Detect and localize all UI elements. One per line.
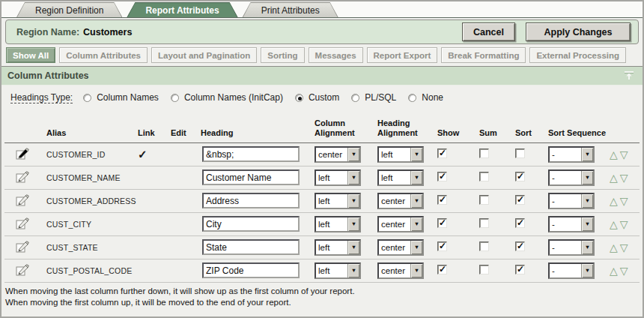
nav-button-external-processing[interactable]: External Processing xyxy=(529,47,626,63)
move-up-icon[interactable]: △ xyxy=(610,172,618,184)
move-up-icon[interactable]: △ xyxy=(610,218,618,230)
radio-icon[interactable] xyxy=(171,94,179,102)
show-checkbox[interactable] xyxy=(437,218,447,228)
sum-checkbox[interactable] xyxy=(479,148,489,158)
sum-checkbox[interactable] xyxy=(479,218,489,228)
column-alignment-select[interactable]: left xyxy=(315,170,361,186)
show-checkbox[interactable] xyxy=(437,148,447,158)
dropdown-arrow-icon[interactable] xyxy=(581,148,593,161)
dropdown-arrow-icon[interactable] xyxy=(347,241,359,254)
tab-report-attributes[interactable]: Report Attributes xyxy=(127,2,237,17)
nav-button-column-attributes[interactable]: Column Attributes xyxy=(59,47,148,63)
column-alignment-select[interactable]: left xyxy=(315,262,361,279)
dropdown-arrow-icon[interactable] xyxy=(410,171,422,184)
edit-column-icon[interactable] xyxy=(15,193,30,208)
heading-input[interactable] xyxy=(202,216,300,232)
cancel-button[interactable]: Cancel xyxy=(462,22,515,41)
dropdown-arrow-icon[interactable] xyxy=(410,194,422,208)
edit-column-icon[interactable] xyxy=(15,170,30,184)
nav-button-messages[interactable]: Messages xyxy=(309,47,363,63)
column-alignment-select[interactable]: left xyxy=(315,193,361,209)
move-down-icon[interactable]: ▽ xyxy=(620,148,628,160)
headings-type-option-column-names[interactable]: Column Names xyxy=(83,92,159,103)
dropdown-arrow-icon[interactable] xyxy=(410,218,422,231)
radio-icon[interactable] xyxy=(295,94,303,102)
headings-type-option-custom[interactable]: Custom xyxy=(295,92,339,103)
move-up-icon[interactable]: △ xyxy=(610,265,618,277)
tab-print-attributes[interactable]: Print Attributes xyxy=(243,2,338,17)
move-down-icon[interactable]: ▽ xyxy=(620,242,628,254)
heading-alignment-select[interactable]: center xyxy=(377,262,424,279)
sort-checkbox[interactable] xyxy=(515,148,525,158)
column-alignment-select[interactable]: left xyxy=(315,216,361,232)
heading-alignment-select[interactable]: center xyxy=(377,239,424,256)
move-up-icon[interactable]: △ xyxy=(610,195,618,207)
headings-type-option-plsql[interactable]: PL/SQL xyxy=(351,92,396,103)
dropdown-arrow-icon[interactable] xyxy=(410,264,422,278)
scroll-to-top-icon[interactable] xyxy=(623,70,635,81)
sort-checkbox[interactable] xyxy=(515,218,525,228)
edit-column-icon[interactable] xyxy=(15,262,30,278)
edit-column-icon[interactable] xyxy=(15,239,30,254)
sort-sequence-select[interactable]: - xyxy=(548,216,595,232)
column-alignment-select[interactable]: left xyxy=(315,239,361,256)
dropdown-arrow-icon[interactable] xyxy=(410,148,422,161)
move-up-icon[interactable]: △ xyxy=(610,242,618,254)
dropdown-arrow-icon[interactable] xyxy=(581,194,593,208)
dropdown-arrow-icon[interactable] xyxy=(581,264,593,278)
nav-button-report-export[interactable]: Report Export xyxy=(367,47,438,63)
move-down-icon[interactable]: ▽ xyxy=(620,218,628,230)
nav-button-show-all[interactable]: Show All xyxy=(6,47,55,63)
radio-icon[interactable] xyxy=(83,94,91,102)
edit-column-icon[interactable] xyxy=(15,216,30,231)
radio-icon[interactable] xyxy=(351,94,359,102)
sort-sequence-select[interactable]: - xyxy=(548,193,595,209)
headings-type-label[interactable]: Headings Type: xyxy=(10,92,73,104)
sort-sequence-select[interactable]: - xyxy=(548,262,595,279)
sort-checkbox[interactable] xyxy=(515,265,525,274)
sort-sequence-select[interactable]: - xyxy=(548,239,595,256)
show-checkbox[interactable] xyxy=(437,195,447,205)
apply-changes-button[interactable]: Apply Changes xyxy=(526,22,631,41)
sort-checkbox[interactable] xyxy=(515,242,525,251)
move-down-icon[interactable]: ▽ xyxy=(620,172,628,184)
heading-alignment-select[interactable]: center xyxy=(377,216,424,232)
headings-type-option-none[interactable]: None xyxy=(408,92,443,103)
move-down-icon[interactable]: ▽ xyxy=(620,265,628,277)
sort-sequence-select[interactable]: - xyxy=(548,146,595,163)
dropdown-arrow-icon[interactable] xyxy=(410,241,422,254)
dropdown-arrow-icon[interactable] xyxy=(581,241,593,254)
dropdown-arrow-icon[interactable] xyxy=(581,171,593,184)
move-up-icon[interactable]: △ xyxy=(610,148,618,160)
heading-alignment-select[interactable]: center xyxy=(377,193,424,209)
dropdown-arrow-icon[interactable] xyxy=(347,264,359,278)
show-checkbox[interactable] xyxy=(437,265,447,274)
heading-input[interactable] xyxy=(202,170,300,185)
heading-alignment-select[interactable]: left xyxy=(377,170,424,186)
nav-button-layout-pagination[interactable]: Layout and Pagination xyxy=(151,47,257,63)
edit-column-icon[interactable] xyxy=(15,146,30,161)
sum-checkbox[interactable] xyxy=(479,195,489,205)
sort-checkbox[interactable] xyxy=(515,195,525,205)
heading-input[interactable] xyxy=(202,193,300,208)
sort-checkbox[interactable] xyxy=(515,172,525,182)
move-down-icon[interactable]: ▽ xyxy=(620,195,628,207)
sum-checkbox[interactable] xyxy=(479,265,489,274)
show-checkbox[interactable] xyxy=(437,172,447,182)
heading-input[interactable] xyxy=(202,239,300,255)
nav-button-break-formatting[interactable]: Break Formatting xyxy=(441,47,526,63)
dropdown-arrow-icon[interactable] xyxy=(581,218,593,231)
show-checkbox[interactable] xyxy=(437,242,447,251)
heading-alignment-select[interactable]: left xyxy=(377,146,424,163)
sort-sequence-select[interactable]: - xyxy=(548,170,595,186)
dropdown-arrow-icon[interactable] xyxy=(347,171,359,184)
heading-input[interactable] xyxy=(202,146,300,162)
sum-checkbox[interactable] xyxy=(479,242,489,251)
headings-type-option-column-names-initcap[interactable]: Column Names (InitCap) xyxy=(171,92,283,103)
sum-checkbox[interactable] xyxy=(479,172,489,182)
radio-icon[interactable] xyxy=(408,94,416,102)
tab-region-definition[interactable]: Region Definition xyxy=(16,2,122,17)
dropdown-arrow-icon[interactable] xyxy=(347,218,359,231)
nav-button-sorting[interactable]: Sorting xyxy=(261,47,304,63)
heading-input[interactable] xyxy=(202,262,300,278)
